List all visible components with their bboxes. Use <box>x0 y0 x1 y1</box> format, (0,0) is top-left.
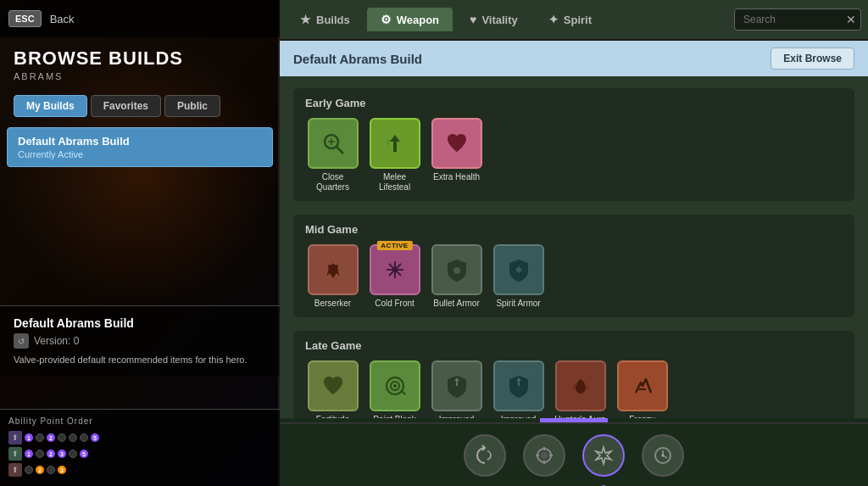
nav-tab-weapon[interactable]: ⚙ Weapon <box>367 8 453 31</box>
early-game-bg: Early Game Close Quarters <box>293 88 854 201</box>
extra-health-icon <box>431 118 482 169</box>
pip <box>36 433 44 442</box>
search-input[interactable] <box>734 8 861 31</box>
late-game-section: Late Game Fortitude <box>293 331 854 431</box>
close-quarters-icon <box>308 118 359 169</box>
early-game-section: Early Game Close Quarters <box>293 88 854 201</box>
item-close-quarters[interactable]: Close Quarters <box>305 118 360 193</box>
pip: 5 <box>80 450 88 458</box>
pip: 2 <box>47 450 55 458</box>
svg-point-19 <box>662 454 665 456</box>
build-item[interactable]: Default Abrams Build Currently Active <box>7 127 273 167</box>
pip <box>36 450 44 458</box>
top-bar: ESC Back <box>0 0 280 37</box>
bullet-armor-label: Bullet Armor <box>433 299 479 309</box>
spirit-armor-label: Spirit Armor <box>496 299 540 309</box>
tab-favorites[interactable]: Favorites <box>91 95 161 117</box>
nav-tab-spirit[interactable]: ✦ Spirit <box>535 8 605 31</box>
mid-game-section: Mid Game Berserker ACTIVE <box>293 215 854 317</box>
top-nav: ★ Builds ⚙ Weapon ♥ Vitality ✦ Spirit ✕ <box>280 0 868 41</box>
late-game-label: Late Game <box>305 339 843 352</box>
build-info-version: ↺ Version: 0 <box>14 333 266 349</box>
pip: 2 <box>47 433 55 442</box>
build-item-name: Default Abrams Build <box>18 135 262 148</box>
late-game-bg: Late Game Fortitude <box>293 331 854 431</box>
bottom-icon-container-3 <box>582 434 625 477</box>
bottom-icon-3[interactable] <box>582 434 625 477</box>
ability-row-2: ⬆ 1 2 3 5 <box>8 447 271 461</box>
improved-spirit-armor-icon <box>493 360 544 411</box>
close-quarters-label: Close Quarters <box>305 172 360 193</box>
ability-icon-2: ⬆ <box>8 447 22 461</box>
spirit-armor-icon <box>493 244 544 295</box>
item-bullet-armor[interactable]: Bullet Armor <box>429 244 484 309</box>
svg-point-8 <box>393 384 397 388</box>
build-tabs: My Builds Favorites Public <box>0 95 280 117</box>
star-icon: ★ <box>300 13 311 26</box>
pip: 3 <box>58 450 66 458</box>
bottom-icon-container-2 <box>523 434 565 477</box>
exit-browse-button[interactable]: Exit Browse <box>771 47 854 70</box>
svg-line-9 <box>402 391 405 394</box>
svg-line-1 <box>337 147 343 154</box>
nav-tab-builds[interactable]: ★ Builds <box>287 8 364 31</box>
fortitude-icon <box>308 360 359 411</box>
bottom-icon-1[interactable] <box>464 434 506 477</box>
browse-title: Browse Builds <box>14 47 266 70</box>
berserker-icon <box>308 244 359 295</box>
nav-tab-vitality[interactable]: ♥ Vitality <box>456 8 531 31</box>
pip <box>69 433 77 442</box>
back-button[interactable]: Back <box>50 13 75 25</box>
svg-point-11 <box>541 452 548 459</box>
mid-game-items: Berserker ACTIVE Cold Front <box>305 244 843 309</box>
browse-subtitle: ABRAMS <box>14 71 266 81</box>
build-list: Default Abrams Build Currently Active <box>0 122 280 172</box>
bottom-icon-container-4 <box>642 434 684 477</box>
bullet-armor-icon <box>431 244 482 295</box>
improved-bullet-armor-icon <box>431 360 482 411</box>
pip: 1 <box>25 433 33 442</box>
tab-public[interactable]: Public <box>164 95 220 117</box>
search-clear-icon[interactable]: ✕ <box>846 13 856 26</box>
item-melee-lifesteal[interactable]: Melee Lifesteal <box>367 118 422 193</box>
item-extra-health[interactable]: Extra Health <box>429 118 484 193</box>
build-item-status: Currently Active <box>18 149 262 159</box>
bottom-icon-container-1 <box>464 434 506 477</box>
pip <box>80 433 88 442</box>
frenzy-icon <box>617 360 668 411</box>
bottom-bar <box>280 422 868 486</box>
extra-health-label: Extra Health <box>433 172 480 182</box>
svg-point-5 <box>453 267 460 274</box>
ability-icon-3: ⬆ <box>8 463 22 477</box>
pip <box>58 433 66 442</box>
ability-row-1: ⬆ 1 2 5 <box>8 431 271 444</box>
cold-front-icon: ACTIVE <box>370 244 420 295</box>
build-info-description: Valve-provided default recommended items… <box>14 354 266 366</box>
ability-order-title: Ability Point Order <box>8 416 271 426</box>
melee-lifesteal-label: Melee Lifesteal <box>367 172 422 193</box>
browse-header: Browse Builds ABRAMS <box>0 37 280 87</box>
search-container: ✕ <box>734 8 861 31</box>
sparkle-icon: ✦ <box>548 13 559 26</box>
item-cold-front[interactable]: ACTIVE Cold Front <box>367 244 422 309</box>
main-content: Early Game Close Quarters <box>280 75 868 431</box>
heart-icon: ♥ <box>470 13 476 26</box>
hunters-aura-icon <box>555 360 606 411</box>
tab-my-builds[interactable]: My Builds <box>14 95 87 117</box>
ability-icon-1: ⬆ <box>8 431 22 444</box>
point-blank-icon <box>370 360 420 411</box>
mid-game-label: Mid Game <box>305 223 843 236</box>
bottom-icon-4[interactable] <box>642 434 684 477</box>
pip <box>25 466 33 474</box>
bottom-icon-2[interactable] <box>523 434 565 477</box>
early-game-label: Early Game <box>305 97 843 109</box>
item-spirit-armor[interactable]: Spirit Armor <box>491 244 546 309</box>
melee-lifesteal-icon <box>370 118 420 169</box>
pip: 3 <box>58 466 66 474</box>
build-header-title: Default Abrams Build <box>293 52 422 66</box>
active-badge: ACTIVE <box>376 241 412 250</box>
svg-point-4 <box>392 267 398 272</box>
pip <box>69 450 77 458</box>
item-berserker[interactable]: Berserker <box>305 244 360 309</box>
esc-button[interactable]: ESC <box>8 10 42 27</box>
